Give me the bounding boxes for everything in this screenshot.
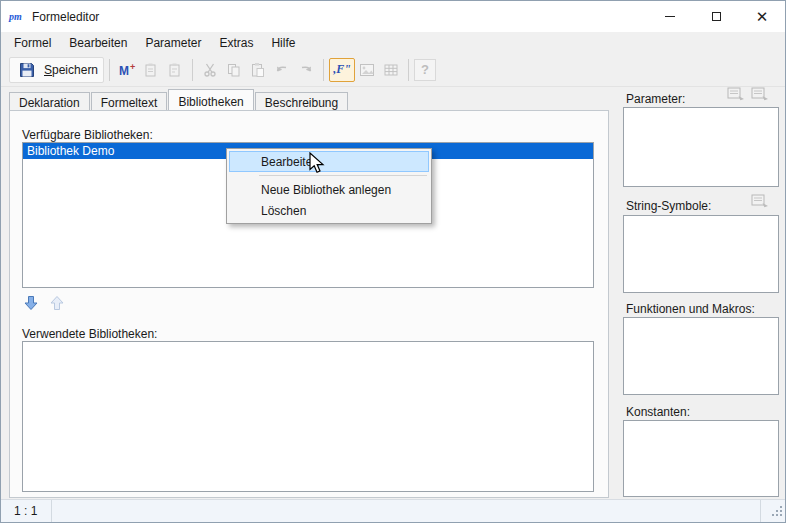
menu-bearbeiten[interactable]: Bearbeiten [60, 33, 136, 53]
paste-icon[interactable] [246, 58, 270, 82]
menu-parameter[interactable]: Parameter [136, 33, 210, 53]
context-menu-item-loeschen[interactable]: Löschen [229, 200, 429, 221]
save-button-label: Speichern [44, 63, 98, 77]
copy-icon[interactable] [222, 58, 246, 82]
minimize-icon [665, 16, 675, 17]
tab-deklaration[interactable]: Deklaration [9, 92, 90, 110]
close-button[interactable]: ✕ [739, 1, 785, 32]
insert-string-symbol-icon[interactable] [751, 194, 769, 208]
parameter-list[interactable] [623, 107, 779, 187]
string-symbole-label: String-Symbole: [626, 199, 711, 213]
konstanten-label: Konstanten: [626, 405, 690, 419]
maximize-button[interactable] [693, 1, 739, 32]
statusbar-panel [52, 500, 760, 522]
tab-bibliotheken[interactable]: Bibliotheken [168, 89, 253, 110]
move-down-button[interactable] [22, 294, 39, 312]
arrow-up-icon [49, 295, 65, 311]
used-libraries-label: Verwendete Bibliotheken: [22, 327, 157, 341]
insert-parameter-alt-icon[interactable] [751, 87, 769, 101]
zoom-indicator: 1 : 1 [1, 504, 51, 518]
help-icon[interactable]: ? [414, 59, 436, 81]
insert-parameter-icon[interactable] [727, 87, 745, 101]
caption-buttons: ✕ [647, 1, 785, 32]
context-menu-item-bearbeiten[interactable]: Bearbeiten [229, 151, 429, 172]
resize-grip[interactable] [769, 503, 784, 521]
tab-beschreibung[interactable]: Beschreibung [255, 92, 348, 110]
toolbar-separator [323, 59, 324, 81]
formula-mode-icon[interactable]: ,F" [329, 58, 355, 82]
menubar: Formel Bearbeiten Parameter Extras Hilfe [1, 32, 785, 53]
menu-hilfe[interactable]: Hilfe [262, 33, 304, 53]
app-window: pm Formeleditor ✕ Formel Bearbeiten Para… [0, 0, 786, 523]
funktionen-makros-label: Funktionen und Makros: [626, 302, 755, 316]
titlebar: pm Formeleditor ✕ [1, 1, 785, 32]
paste-formula-icon[interactable] [139, 58, 163, 82]
close-icon: ✕ [756, 9, 769, 24]
minimize-button[interactable] [647, 1, 693, 32]
statusbar: 1 : 1 [1, 499, 785, 522]
context-menu-separator [259, 175, 427, 176]
move-up-button[interactable] [48, 294, 65, 312]
image-icon[interactable] [355, 58, 379, 82]
svg-text:+: + [130, 62, 135, 72]
konstanten-list[interactable] [623, 420, 779, 497]
context-menu-item-neue-bibliothek-anlegen[interactable]: Neue Bibliothek anlegen [229, 179, 429, 200]
menu-extras[interactable]: Extras [210, 33, 262, 53]
save-icon [15, 58, 39, 82]
move-buttons [22, 294, 65, 312]
toolbar-separator [192, 59, 193, 81]
context-menu: Bearbeiten Neue Bibliothek anlegen Lösch… [226, 148, 432, 224]
used-libraries-list[interactable] [22, 341, 594, 492]
toolbar: Speichern M + [1, 53, 785, 87]
app-icon: pm [9, 9, 27, 25]
undo-icon[interactable] [270, 58, 294, 82]
sidebar: Parameter: String-Symbole: [619, 87, 781, 499]
cut-icon[interactable] [198, 58, 222, 82]
paste-parameter-icon[interactable] [163, 58, 187, 82]
arrow-down-icon [23, 295, 39, 311]
parameter-label: Parameter: [626, 92, 685, 106]
string-symbole-list[interactable] [623, 215, 779, 293]
svg-text:M: M [119, 63, 129, 77]
table-icon[interactable] [379, 58, 403, 82]
toolbar-separator [109, 59, 110, 81]
tab-formeltext[interactable]: Formeltext [91, 92, 168, 110]
maximize-icon [712, 12, 721, 21]
menu-formel[interactable]: Formel [5, 33, 60, 53]
toolbar-separator [408, 59, 409, 81]
statusbar-divider [760, 500, 761, 522]
window-title: Formeleditor [32, 10, 99, 24]
save-button[interactable]: Speichern [9, 57, 104, 83]
available-libraries-label: Verfügbare Bibliotheken: [22, 128, 153, 142]
redo-icon[interactable] [294, 58, 318, 82]
funktionen-makros-list[interactable] [623, 317, 779, 395]
tab-row: Deklaration Formeltext Bibliotheken Besc… [9, 91, 609, 110]
insert-symbol-icon[interactable]: M + [115, 58, 139, 82]
